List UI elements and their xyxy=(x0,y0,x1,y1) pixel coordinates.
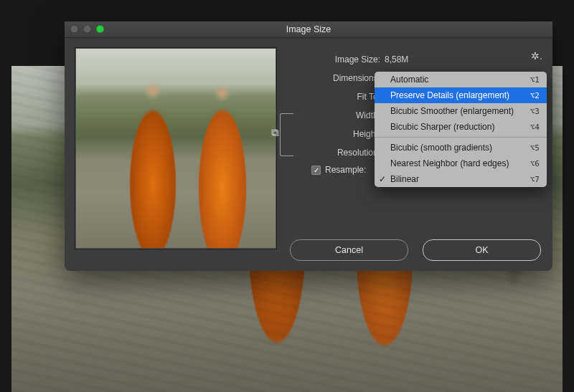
width-label: Width: xyxy=(290,110,385,120)
image-size-label: Image Size: xyxy=(290,54,385,64)
constrain-bracket xyxy=(280,113,293,156)
menu-item-bicubic[interactable]: Bicubic (smooth gradients) ⌥5 xyxy=(375,140,547,156)
link-icon[interactable]: ⧉ xyxy=(271,126,279,139)
cancel-button[interactable]: Cancel xyxy=(290,239,408,261)
check-icon: ✓ xyxy=(379,174,386,184)
image-size-value: 8,58M xyxy=(385,54,408,64)
menu-item-nearest-neighbor[interactable]: Nearest Neighbor (hard edges) ⌥6 xyxy=(375,156,547,171)
gear-icon[interactable]: ✲. xyxy=(531,50,542,62)
menu-item-bilinear[interactable]: ✓ Bilinear ⌥7 xyxy=(375,171,547,187)
menu-item-bicubic-sharper[interactable]: Bicubic Sharper (reduction) ⌥4 xyxy=(375,119,547,135)
dimensions-label: Dimensions: xyxy=(290,73,385,83)
fit-to-label: Fit To: xyxy=(290,92,385,102)
height-label: Height: xyxy=(290,129,385,139)
minimize-icon[interactable] xyxy=(83,25,91,33)
resample-label: Resample: xyxy=(325,165,366,175)
menu-item-preserve-details[interactable]: Preserve Details (enlargement) ⌥2 xyxy=(375,87,547,103)
menu-item-automatic[interactable]: Automatic ⌥1 xyxy=(375,72,547,87)
preview-thumbnail[interactable] xyxy=(75,47,277,249)
titlebar[interactable]: Image Size xyxy=(65,21,552,38)
ok-button[interactable]: OK xyxy=(423,239,541,261)
menu-separator xyxy=(375,137,547,138)
menu-item-bicubic-smoother[interactable]: Bicubic Smoother (enlargement) ⌥3 xyxy=(375,103,547,119)
resample-checkbox[interactable]: ✓ xyxy=(311,166,321,175)
zoom-icon[interactable] xyxy=(96,25,104,33)
window-title: Image Size xyxy=(286,24,331,34)
resample-menu[interactable]: Automatic ⌥1 Preserve Details (enlargeme… xyxy=(375,72,547,187)
close-icon[interactable] xyxy=(70,25,78,33)
resolution-label: Resolution: xyxy=(290,148,385,158)
